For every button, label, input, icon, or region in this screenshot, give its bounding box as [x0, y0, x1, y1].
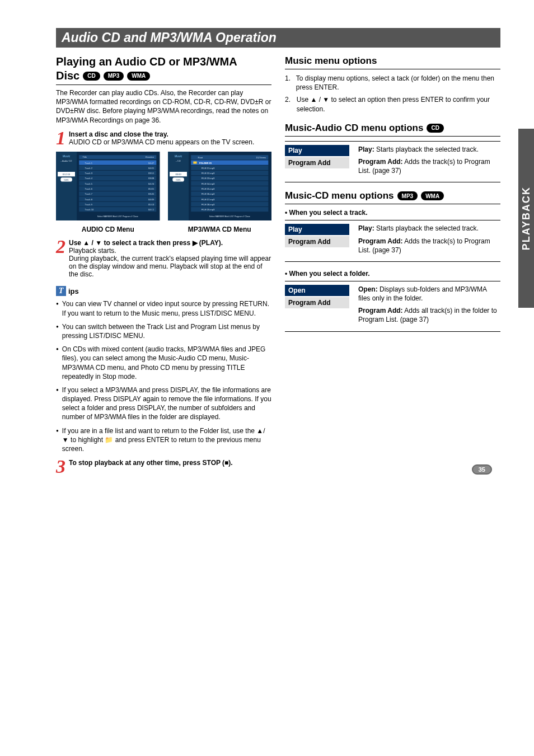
- pill-cd: CD: [427, 124, 443, 133]
- svg-text:Track 5: Track 5: [85, 182, 93, 185]
- svg-text:Title: Title: [82, 156, 87, 158]
- menu-desc: Program Add: Adds the track(s) to Progra…: [358, 237, 500, 255]
- svg-text:03:51: 03:51: [148, 172, 154, 175]
- right-numlist: 1.To display menu options, select a tack…: [285, 74, 500, 114]
- svg-text:Duration: Duration: [146, 156, 154, 158]
- left-title: Playing an Audio CD or MP3/WMA: [56, 55, 271, 68]
- svg-text:Track 8: Track 8: [85, 198, 93, 200]
- svg-text:03:08: 03:08: [148, 177, 154, 180]
- svg-text:CBC: CBC: [176, 178, 181, 181]
- screenshot-audio-cd-menu: Music - Audio CD 0:52:16 CBC Title Durat…: [56, 152, 160, 234]
- numlist-item: 1.To display menu options, select a tack…: [285, 74, 500, 92]
- section-header: Audio CD and MP3/WMA Operation: [56, 28, 500, 48]
- svg-text:FILE 06.mp3: FILE 06.mp3: [201, 192, 214, 195]
- menu-block-audio-cd: Play Program Add Play: Starts playback t…: [285, 141, 500, 183]
- svg-rect-1: [56, 152, 77, 221]
- step-3-number: 3: [56, 459, 65, 474]
- svg-text:- CD: - CD: [176, 159, 180, 162]
- menu-block-cd-track: Play Program Add Play: Starts playback t…: [285, 220, 500, 262]
- svg-text:03:45: 03:45: [148, 192, 154, 195]
- step-3-bold: To stop playback at any other time, pres…: [69, 459, 233, 467]
- menu-block-cd-folder: Open Program Add Open: Displays sub-fold…: [285, 281, 500, 332]
- tip-item: If you select a MP3/WMA and press DISPLA…: [56, 386, 271, 422]
- menu-desc: Program Add: Adds the track(s) to Progra…: [358, 157, 500, 175]
- svg-text:CBC: CBC: [64, 178, 69, 181]
- tips-header: T ips: [56, 286, 271, 296]
- svg-text:FILE 09.mp3: FILE 09.mp3: [201, 208, 214, 211]
- svg-text:0:52:16: 0:52:16: [63, 173, 71, 176]
- svg-text:Select  MARKER Mark  LIST Prog: Select MARKER Mark LIST Program ⏎ Close: [209, 215, 250, 218]
- side-tab-playback: PLAYBACK: [518, 129, 534, 308]
- menu-item-play: Play: [285, 145, 349, 156]
- page-number: 35: [472, 464, 492, 475]
- step-1: 1 Insert a disc and close the tray. AUDI…: [56, 130, 271, 146]
- disc-label: Disc: [56, 69, 79, 82]
- menu-item-play: Play: [285, 224, 349, 235]
- disc-line: Disc CD MP3 WMA: [56, 69, 271, 85]
- pill-cd: CD: [83, 72, 100, 81]
- tips-list: You can view TV channel or video input s…: [56, 299, 271, 453]
- svg-text:Track 1: Track 1: [85, 161, 93, 164]
- mp3-wma-svg: Music - CD 00:00 CBC Root 152 Items F: [168, 152, 272, 221]
- pill-mp3: MP3: [104, 72, 124, 81]
- menu-item-open: Open: [285, 285, 349, 296]
- svg-text:Select  MARKER Mark  LIST Prog: Select MARKER Mark LIST Program ⏎ Close: [97, 215, 138, 218]
- svg-text:Track 4: Track 4: [85, 177, 93, 180]
- svg-text:04:01: 04:01: [148, 167, 154, 170]
- svg-text:00:00: 00:00: [175, 173, 181, 176]
- menu-item-program-add: Program Add: [285, 297, 349, 308]
- sub-bullet-folder: • When you select a folder.: [285, 270, 500, 278]
- menu-desc: Play: Starts playback the selected track…: [358, 224, 500, 233]
- svg-text:FILE 03.mp3: FILE 03.mp3: [201, 177, 214, 180]
- svg-text:04:11: 04:11: [148, 208, 154, 211]
- svg-text:152 Items: 152 Items: [256, 156, 266, 159]
- svg-text:FILE 07.mp3: FILE 07.mp3: [201, 198, 214, 200]
- svg-text:Track 10: Track 10: [85, 208, 95, 211]
- svg-text:FILE 04.mp3: FILE 04.mp3: [201, 182, 214, 185]
- svg-text:Track 9: Track 9: [85, 203, 93, 206]
- svg-text:FILE 08.mp3: FILE 08.mp3: [201, 203, 214, 206]
- sub-bullet-track: • When you select a track.: [285, 209, 500, 217]
- step-2: 2 Use ▲ / ▼ to select a track then press…: [56, 239, 271, 278]
- svg-text:FOLDER 01: FOLDER 01: [199, 161, 212, 164]
- tip-item: If you are in a file list and want to re…: [56, 426, 271, 454]
- svg-text:FILE 01.mp3: FILE 01.mp3: [201, 167, 214, 170]
- svg-text:Music: Music: [174, 154, 182, 158]
- tip-item: You can view TV channel or video input s…: [56, 299, 271, 317]
- svg-text:Music: Music: [63, 154, 71, 158]
- step-3: 3 To stop playback at any other time, pr…: [56, 459, 271, 474]
- svg-rect-55: [193, 161, 196, 163]
- step-2-p1: Playback starts.: [69, 247, 116, 255]
- right-h2: Music-Audio CD menu options CD: [285, 123, 500, 137]
- caption-mp3-wma: MP3/WMA CD Menu: [168, 226, 272, 233]
- tip-item: You can switch between the Track List an…: [56, 322, 271, 340]
- step-2-bold: Use ▲ / ▼ to select a track then press ▶…: [69, 239, 223, 247]
- svg-text:04:09: 04:09: [148, 198, 154, 200]
- step-1-bold: Insert a disc and close the tray.: [69, 130, 168, 138]
- svg-text:- Audio CD: - Audio CD: [61, 159, 72, 162]
- svg-text:Track 7: Track 7: [85, 192, 93, 195]
- menu-desc: Open: Displays sub-folders and MP3/WMA f…: [358, 285, 500, 303]
- step-2-p2: During playback, the current track's ela…: [69, 255, 271, 278]
- caption-audio-cd: AUDIO CD Menu: [56, 226, 160, 233]
- step-2-number: 2: [56, 239, 65, 278]
- screenshot-mp3-wma-menu: Music - CD 00:00 CBC Root 152 Items F: [168, 152, 272, 234]
- audio-cd-svg: Music - Audio CD 0:52:16 CBC Title Durat…: [56, 152, 160, 221]
- pill-wma: WMA: [127, 72, 150, 81]
- tips-icon: T: [56, 286, 66, 296]
- svg-rect-8: [79, 155, 156, 159]
- tips-label: ips: [68, 287, 79, 295]
- svg-text:FILE 02.mp3: FILE 02.mp3: [201, 172, 214, 175]
- numlist-item: 2.Use ▲ / ▼ to select an option then pre…: [285, 95, 500, 113]
- menu-desc: Program Add: Adds all track(s) in the fo…: [358, 306, 500, 324]
- step-1-number: 1: [56, 130, 65, 146]
- right-h3: Music-CD menu options MP3 WMA: [285, 190, 500, 204]
- svg-text:05:01: 05:01: [148, 187, 154, 190]
- svg-text:04:47: 04:47: [148, 161, 154, 164]
- menu-item-program-add: Program Add: [285, 236, 349, 247]
- svg-text:Track 2: Track 2: [85, 167, 93, 170]
- svg-text:Root: Root: [198, 156, 203, 159]
- step-1-rest: AUDIO CD or MP3/WMA CD menu appears on t…: [69, 138, 254, 146]
- svg-text:Track 6: Track 6: [85, 187, 93, 190]
- svg-text:04:24: 04:24: [148, 182, 154, 185]
